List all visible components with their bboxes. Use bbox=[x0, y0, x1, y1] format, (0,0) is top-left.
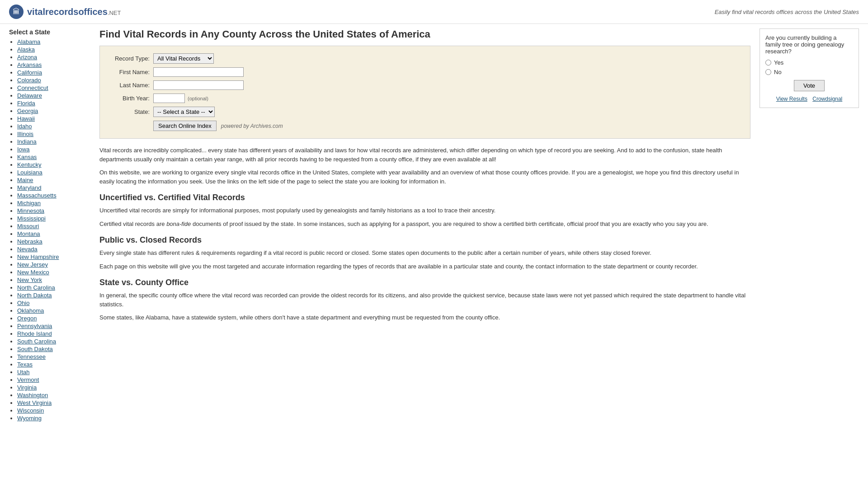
list-item: Vermont bbox=[17, 376, 90, 383]
list-item: Virginia bbox=[17, 384, 90, 391]
search-button[interactable]: Search Online Index bbox=[153, 121, 217, 131]
last-name-label: Last Name: bbox=[109, 82, 150, 89]
state-link[interactable]: Alaska bbox=[17, 46, 35, 53]
state-link[interactable]: Louisiana bbox=[17, 169, 42, 176]
yes-radio[interactable] bbox=[765, 60, 771, 66]
state-link[interactable]: Iowa bbox=[17, 146, 29, 153]
list-item: South Carolina bbox=[17, 338, 90, 345]
page-title: Find Vital Records in Any County Across … bbox=[99, 28, 750, 40]
content-area: Vital records are incredibly complicated… bbox=[99, 146, 750, 322]
list-item: New Hampshire bbox=[17, 253, 90, 260]
state-link[interactable]: Maine bbox=[17, 177, 33, 183]
list-item: Idaho bbox=[17, 123, 90, 130]
state-link[interactable]: California bbox=[17, 69, 42, 76]
state-link[interactable]: Massachusetts bbox=[17, 192, 57, 199]
list-item: Oregon bbox=[17, 315, 90, 322]
state-link[interactable]: Nebraska bbox=[17, 238, 42, 245]
state-link[interactable]: Wyoming bbox=[17, 415, 42, 422]
state-link[interactable]: Tennessee bbox=[17, 353, 46, 360]
state-link[interactable]: Connecticut bbox=[17, 84, 48, 91]
heading-state-county: State vs. County Office bbox=[99, 278, 750, 287]
state-link[interactable]: Arizona bbox=[17, 54, 37, 61]
state-link[interactable]: Montana bbox=[17, 230, 40, 237]
state-link[interactable]: Kentucky bbox=[17, 161, 41, 168]
list-item: Utah bbox=[17, 369, 90, 375]
state-link[interactable]: Rhode Island bbox=[17, 330, 52, 337]
state-link[interactable]: Washington bbox=[17, 392, 48, 399]
state-link[interactable]: Virginia bbox=[17, 384, 37, 391]
state-link[interactable]: New Hampshire bbox=[17, 253, 59, 260]
state-link[interactable]: South Carolina bbox=[17, 338, 56, 345]
list-item: South Dakota bbox=[17, 346, 90, 352]
list-item: Rhode Island bbox=[17, 330, 90, 337]
list-item: Missouri bbox=[17, 223, 90, 230]
state-link[interactable]: Vermont bbox=[17, 376, 39, 383]
logo-text: vitalrecordsoffices.NET bbox=[27, 7, 121, 17]
view-results-link[interactable]: View Results bbox=[776, 96, 807, 102]
state-link[interactable]: Indiana bbox=[17, 138, 37, 145]
list-item: New Jersey bbox=[17, 261, 90, 268]
list-item: Arkansas bbox=[17, 61, 90, 68]
state-link[interactable]: Colorado bbox=[17, 77, 41, 84]
state-link[interactable]: Wisconsin bbox=[17, 407, 44, 414]
state-link[interactable]: Hawaii bbox=[17, 115, 35, 122]
state-list: AlabamaAlaskaArizonaArkansasCaliforniaCo… bbox=[9, 38, 90, 422]
no-label: No bbox=[774, 69, 782, 75]
state-select[interactable]: -- Select a State --AlabamaAlaskaArizona… bbox=[153, 107, 215, 117]
poll-question: Are you currently building a family tree… bbox=[765, 34, 853, 55]
crowdsignal-link[interactable]: Crowdsignal bbox=[812, 96, 842, 102]
vote-button[interactable]: Vote bbox=[794, 80, 825, 91]
list-item: Connecticut bbox=[17, 84, 90, 91]
state-link[interactable]: Mississippi bbox=[17, 215, 46, 222]
state-link[interactable]: Minnesota bbox=[17, 207, 44, 214]
state-link[interactable]: Georgia bbox=[17, 108, 38, 114]
list-item: Oklahoma bbox=[17, 307, 90, 314]
list-item: Kentucky bbox=[17, 161, 90, 168]
state-link[interactable]: New Mexico bbox=[17, 269, 49, 276]
list-item: Georgia bbox=[17, 108, 90, 114]
state-link[interactable]: North Dakota bbox=[17, 292, 52, 299]
first-name-input[interactable] bbox=[153, 67, 244, 77]
state-link[interactable]: New Jersey bbox=[17, 261, 48, 268]
site-header: 🏛 vitalrecordsoffices.NET Easily find vi… bbox=[0, 0, 868, 24]
state-link[interactable]: Oregon bbox=[17, 315, 37, 322]
record-type-select[interactable]: All Vital RecordsBirth RecordsDeath Reco… bbox=[153, 53, 214, 64]
birth-year-input[interactable] bbox=[153, 94, 185, 103]
state-link[interactable]: Arkansas bbox=[17, 61, 42, 68]
state-link[interactable]: New York bbox=[17, 277, 42, 283]
state-link[interactable]: Texas bbox=[17, 361, 33, 368]
list-item: Louisiana bbox=[17, 169, 90, 176]
state-link[interactable]: Missouri bbox=[17, 223, 39, 230]
state-link[interactable]: Florida bbox=[17, 100, 35, 107]
state-link[interactable]: Oklahoma bbox=[17, 307, 44, 314]
state-link[interactable]: Maryland bbox=[17, 184, 41, 191]
state-link[interactable]: Michigan bbox=[17, 200, 41, 206]
logo[interactable]: 🏛 vitalrecordsoffices.NET bbox=[9, 5, 121, 19]
state-link[interactable]: North Carolina bbox=[17, 284, 55, 291]
list-item: Pennsylvania bbox=[17, 323, 90, 329]
list-item: Texas bbox=[17, 361, 90, 368]
state-p1: In general, the specific county office w… bbox=[99, 291, 750, 309]
state-link[interactable]: Delaware bbox=[17, 92, 42, 99]
state-link[interactable]: Alabama bbox=[17, 38, 40, 45]
state-link[interactable]: Idaho bbox=[17, 123, 32, 130]
optional-label: (optional) bbox=[188, 96, 208, 101]
last-name-input[interactable] bbox=[153, 80, 244, 90]
state-link[interactable]: Ohio bbox=[17, 300, 29, 306]
list-item: Minnesota bbox=[17, 207, 90, 214]
search-form: Record Type: All Vital RecordsBirth Reco… bbox=[99, 46, 750, 139]
state-link[interactable]: Nevada bbox=[17, 246, 38, 253]
state-link[interactable]: West Virginia bbox=[17, 399, 52, 406]
list-item: California bbox=[17, 69, 90, 76]
list-item: Alaska bbox=[17, 46, 90, 53]
list-item: West Virginia bbox=[17, 399, 90, 406]
heading-uncertified: Uncertified vs. Certified Vital Records bbox=[99, 193, 750, 202]
list-item: Florida bbox=[17, 100, 90, 107]
state-link[interactable]: Kansas bbox=[17, 154, 37, 160]
state-link[interactable]: Pennsylvania bbox=[17, 323, 52, 329]
state-link[interactable]: Utah bbox=[17, 369, 29, 375]
state-link[interactable]: Illinois bbox=[17, 131, 33, 137]
powered-by-text: powered by Archives.com bbox=[221, 123, 283, 129]
state-link[interactable]: South Dakota bbox=[17, 346, 53, 352]
no-radio[interactable] bbox=[765, 69, 771, 75]
